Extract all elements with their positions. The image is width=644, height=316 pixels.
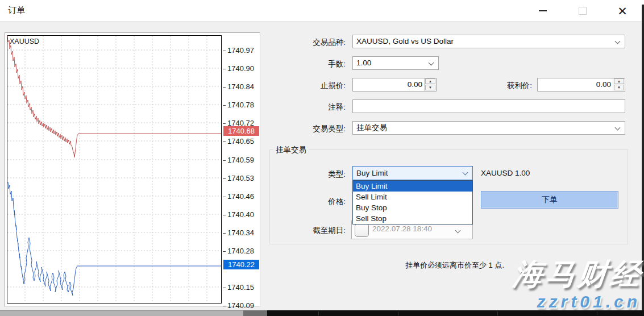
trade-type-label: 交易类型: xyxy=(272,124,346,134)
volume-select[interactable]: 1.00 xyxy=(352,56,439,70)
volume-value: 1.00 xyxy=(356,59,371,67)
chart-symbol-label: XAUUSD xyxy=(10,38,39,45)
comment-label: 注释: xyxy=(272,102,346,113)
maximize-icon xyxy=(579,7,587,15)
taskbar-divider xyxy=(398,311,398,315)
chart-plot xyxy=(7,35,222,304)
axis-tick: 1740.84 xyxy=(226,82,261,92)
axis-tick: 1740.34 xyxy=(226,228,261,238)
stop-loss-spinner: ▲ ▼ xyxy=(424,78,436,91)
axis-tick: 1740.40 xyxy=(226,210,261,219)
price-label: 价格: xyxy=(272,197,346,207)
watermark-brand: 海马财经 xyxy=(511,255,644,294)
taskbar-strip xyxy=(0,310,644,316)
spin-up-icon[interactable]: ▲ xyxy=(614,78,624,84)
chevron-down-icon xyxy=(455,228,461,234)
expiry-checkbox[interactable] xyxy=(355,223,369,237)
take-profit-label: 获利价: xyxy=(458,81,532,91)
chevron-down-icon xyxy=(463,170,468,176)
expiry-value: 2022.07.28 18:40 xyxy=(372,224,432,233)
chevron-down-icon xyxy=(615,125,621,131)
axis-tick: 1740.59 xyxy=(226,156,261,165)
dropdown-option-sell-limit[interactable]: Sell Limit xyxy=(353,192,472,202)
volume-label: 手数: xyxy=(272,59,346,69)
axis-tick: 1740.65 xyxy=(226,137,261,146)
taskbar-segment xyxy=(243,310,267,316)
bid-price-tag: 1740.22 xyxy=(223,260,259,269)
take-profit-input[interactable]: 0.00 ▲ ▼ xyxy=(537,78,625,92)
axis-tick: 1740.09 xyxy=(226,301,261,310)
axis-tick: 1740.78 xyxy=(226,101,261,110)
axis-tick: 1740.46 xyxy=(226,192,261,201)
price-chart: XAUUSD 1740.97 1740.90 1740.84 1740.78 1… xyxy=(5,32,260,307)
expiry-label: 截至期日: xyxy=(272,226,346,236)
minimize-button[interactable] xyxy=(530,0,556,22)
trade-type-value: 挂单交易 xyxy=(356,123,387,132)
order-summary: XAUUSD 1.00 xyxy=(481,169,530,177)
taskbar-divider xyxy=(597,311,597,315)
axis-tick: 1740.97 xyxy=(226,46,261,55)
ask-price-tag: 1740.68 xyxy=(223,126,259,136)
taskbar-divider xyxy=(497,311,498,315)
axis-tick: 1740.53 xyxy=(226,174,261,183)
order-type-select[interactable]: Buy Limit xyxy=(352,166,473,180)
symbol-select[interactable]: XAUUSD, Gold vs US Dollar xyxy=(352,35,625,48)
take-profit-spinner: ▲ ▼ xyxy=(613,78,625,91)
group-title: 挂单交易 xyxy=(273,145,309,155)
spin-down-icon[interactable]: ▼ xyxy=(425,85,435,90)
axis-tick: 1740.28 xyxy=(226,247,261,256)
taskbar-segment xyxy=(0,310,243,316)
order-type-label: 类型: xyxy=(272,169,346,180)
maximize-button[interactable] xyxy=(570,0,596,22)
taskbar-divider xyxy=(318,311,319,315)
place-order-button[interactable]: 下单 xyxy=(481,191,618,209)
spin-down-icon[interactable]: ▼ xyxy=(614,85,624,90)
comment-input[interactable] xyxy=(352,99,625,113)
take-profit-value: 0.00 xyxy=(596,78,611,91)
dropdown-option-sell-stop[interactable]: Sell Stop xyxy=(353,213,472,224)
dropdown-option-buy-limit[interactable]: Buy Limit xyxy=(353,181,472,192)
minimize-icon xyxy=(539,10,547,11)
order-type-dropdown: Buy Limit Sell Limit Buy Stop Sell Stop xyxy=(352,180,473,224)
spin-up-icon[interactable]: ▲ xyxy=(425,78,435,84)
order-type-value: Buy Limit xyxy=(356,169,388,177)
trade-type-select[interactable]: 挂单交易 xyxy=(352,121,625,135)
close-button[interactable]: ✕ xyxy=(609,0,635,22)
axis-tick: 1740.90 xyxy=(226,64,261,73)
stop-loss-input[interactable]: 0.00 ▲ ▼ xyxy=(352,78,437,92)
title-bar: 订单 ✕ xyxy=(0,0,644,22)
window-title: 订单 xyxy=(8,5,25,16)
stop-loss-label: 止损价: xyxy=(272,81,346,91)
stop-loss-value: 0.00 xyxy=(408,78,422,91)
chevron-down-icon xyxy=(615,39,621,44)
axis-tick: 1740.15 xyxy=(226,283,261,292)
symbol-value: XAUUSD, Gold vs US Dollar xyxy=(356,37,454,45)
watermark-url: zzrt01.cn xyxy=(537,292,641,311)
close-icon: ✕ xyxy=(617,5,628,17)
dropdown-option-buy-stop[interactable]: Buy Stop xyxy=(353,202,472,213)
chevron-down-icon xyxy=(429,60,434,66)
symbol-label: 交易品种: xyxy=(272,38,346,48)
